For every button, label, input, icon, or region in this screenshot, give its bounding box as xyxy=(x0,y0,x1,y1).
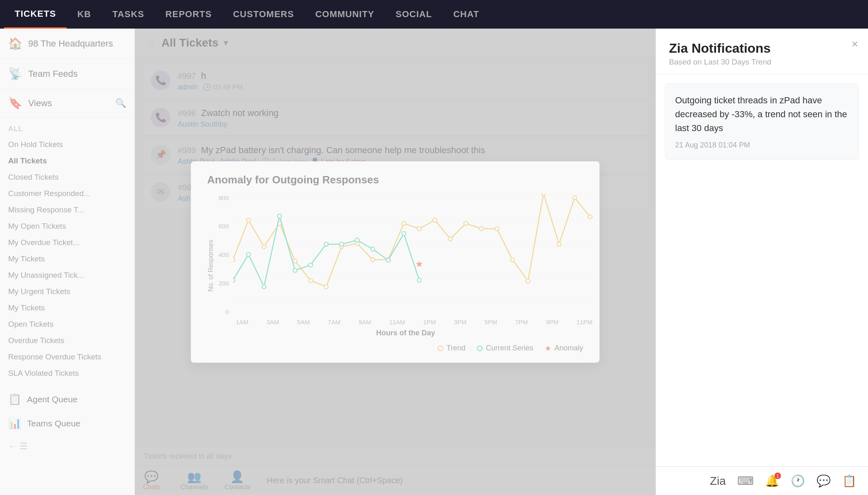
x-tick-5am: 5AM xyxy=(297,319,310,326)
sidebar-item-teams-queue[interactable]: 📊 Teams Queue xyxy=(0,411,134,435)
nav-item-reports[interactable]: REPORTS xyxy=(155,0,222,29)
svg-point-9 xyxy=(293,259,297,263)
headquarters-label: 98 The Headquarters xyxy=(28,38,113,49)
x-tick-11am: 11AM xyxy=(389,319,405,326)
svg-point-10 xyxy=(309,279,313,283)
svg-point-11 xyxy=(324,285,328,289)
svg-point-34 xyxy=(309,263,313,267)
sidebar-filter-on-hold[interactable]: On Hold Tickets xyxy=(0,136,134,153)
svg-point-29 xyxy=(233,278,235,282)
nav-item-social[interactable]: SOCIAL xyxy=(385,0,443,29)
chat-icon[interactable]: 💬 xyxy=(817,474,831,488)
sidebar-filter-closed[interactable]: Closed Tickets xyxy=(0,169,134,185)
sidebar-filter-my-unassigned[interactable]: My Unassigned Tick... xyxy=(0,267,134,283)
top-nav: TICKETS KB TASKS REPORTS CUSTOMERS COMMU… xyxy=(0,0,868,29)
legend-current: Current Series xyxy=(486,344,533,352)
sidebar-filter-my-urgent[interactable]: My Urgent Tickets xyxy=(0,283,134,300)
svg-point-41 xyxy=(417,278,421,282)
x-tick-1am: 1AM xyxy=(236,319,248,326)
svg-point-26 xyxy=(557,242,561,246)
sidebar-filter-overdue[interactable]: Overdue Tickets xyxy=(0,332,134,349)
chart-legend: Trend Current Series ★ Anomaly xyxy=(207,344,583,353)
x-tick-7pm: 7PM xyxy=(515,319,528,326)
all-section-label: ALL xyxy=(0,122,134,136)
svg-point-28 xyxy=(588,215,592,219)
chart-modal: Anomaly for Outgoing Responses No. of Re… xyxy=(191,161,600,363)
sidebar-filter-response-overdue[interactable]: Response Overdue Tickets xyxy=(0,349,134,365)
nav-item-kb[interactable]: KB xyxy=(67,0,102,29)
svg-point-16 xyxy=(402,221,406,225)
svg-point-18 xyxy=(433,218,437,222)
sidebar: 🏠 98 The Headquarters 📡 Team Feeds 🔖 Vie… xyxy=(0,29,135,495)
svg-point-19 xyxy=(448,237,452,241)
y-tick-600: 600 xyxy=(219,223,229,230)
nav-item-tasks[interactable]: TASKS xyxy=(102,0,155,29)
team-feeds-label: Team Feeds xyxy=(28,69,78,79)
svg-point-20 xyxy=(464,221,468,225)
search-icon[interactable]: 🔍 xyxy=(115,98,126,109)
sidebar-item-headquarters[interactable]: 🏠 98 The Headquarters xyxy=(0,29,134,59)
x-tick-3am: 3AM xyxy=(266,319,279,326)
x-tick-9pm: 9PM xyxy=(546,319,559,326)
x-tick-11pm: 11PM xyxy=(577,319,593,326)
legend-anomaly: Anomaly xyxy=(555,344,583,352)
sidebar-filter-my-tickets[interactable]: My Tickets xyxy=(0,251,134,267)
sidebar-item-team-feeds[interactable]: 📡 Team Feeds xyxy=(0,59,134,89)
sidebar-filter-open[interactable]: Open Tickets xyxy=(0,316,134,332)
svg-point-21 xyxy=(479,227,483,231)
zia-header: Zia Notifications Based on Last 30 Days … xyxy=(656,29,868,74)
x-tick-3pm: 3PM xyxy=(454,319,467,326)
zia-subtitle: Based on Last 30 Days Trend xyxy=(669,58,855,67)
collapse-sidebar[interactable]: ← ☰ xyxy=(0,435,134,457)
svg-point-39 xyxy=(386,258,390,262)
sidebar-filter-missing[interactable]: Missing Response T... xyxy=(0,202,134,218)
content-area: ☆ All Tickets ▾ 📞 #997 h admin 🕒 0 xyxy=(135,29,655,495)
sidebar-filter-my-open[interactable]: My Open Tickets xyxy=(0,218,134,234)
svg-point-25 xyxy=(541,194,546,196)
sidebar-item-agent-queue[interactable]: 📋 Agent Queue xyxy=(0,387,134,411)
svg-point-17 xyxy=(417,227,421,231)
svg-point-27 xyxy=(573,196,577,200)
svg-point-37 xyxy=(355,238,359,242)
zia-notification-card: Outgoing ticket threads in zPad have dec… xyxy=(665,83,859,160)
y-tick-200: 200 xyxy=(219,280,229,287)
nav-item-community[interactable]: COMMUNITY xyxy=(304,0,385,29)
svg-point-7 xyxy=(262,245,266,249)
views-label: Views xyxy=(28,98,52,109)
sidebar-filter-my-overdue[interactable]: My Overdue Ticket... xyxy=(0,234,134,251)
svg-point-32 xyxy=(277,214,282,218)
headquarters-icon: 🏠 xyxy=(8,37,22,50)
zia-notification-text: Outgoing ticket threads in zPad have dec… xyxy=(675,94,849,135)
svg-point-36 xyxy=(340,242,344,246)
y-tick-400: 400 xyxy=(219,251,229,258)
svg-point-5 xyxy=(233,258,235,262)
x-tick-9am: 9AM xyxy=(358,319,371,326)
zia-bottom-icons: Zia ⌨ 🔔 1 🕐 💬 📋 xyxy=(656,466,868,495)
clock-icon[interactable]: 🕐 xyxy=(791,474,805,488)
svg-point-24 xyxy=(526,279,530,283)
nav-item-customers[interactable]: CUSTOMERS xyxy=(222,0,304,29)
svg-point-40 xyxy=(402,232,406,236)
keyboard-icon[interactable]: ⌨ xyxy=(737,474,754,488)
svg-point-30 xyxy=(246,252,251,256)
sidebar-filter-customer[interactable]: Customer Responded... xyxy=(0,185,134,202)
svg-point-22 xyxy=(495,227,499,231)
legend-trend: Trend xyxy=(447,344,465,352)
nav-item-chat[interactable]: CHAT xyxy=(443,0,490,29)
zia-panel: Zia Notifications Based on Last 30 Days … xyxy=(655,29,868,495)
agent-queue-icon: 📋 xyxy=(8,393,21,406)
x-tick-7am: 7AM xyxy=(328,319,340,326)
nav-item-tickets[interactable]: TICKETS xyxy=(4,0,67,29)
close-icon[interactable]: × xyxy=(852,38,858,51)
sidebar-filter-my-tickets2[interactable]: My Tickets xyxy=(0,300,134,316)
x-tick-5pm: 5PM xyxy=(485,319,497,326)
sidebar-item-views[interactable]: 🔖 Views 🔍 xyxy=(0,89,134,118)
x-tick-1pm: 1PM xyxy=(423,319,436,326)
chart-title: Anomaly for Outgoing Responses xyxy=(207,174,583,186)
sidebar-filter-sla[interactable]: SLA Violated Tickets xyxy=(0,365,134,381)
y-tick-800: 800 xyxy=(219,194,229,201)
svg-point-33 xyxy=(293,268,297,272)
zia-logo-icon[interactable]: Zia xyxy=(710,475,726,488)
sidebar-filter-all[interactable]: All Tickets xyxy=(0,153,134,169)
history-icon[interactable]: 📋 xyxy=(842,474,857,488)
